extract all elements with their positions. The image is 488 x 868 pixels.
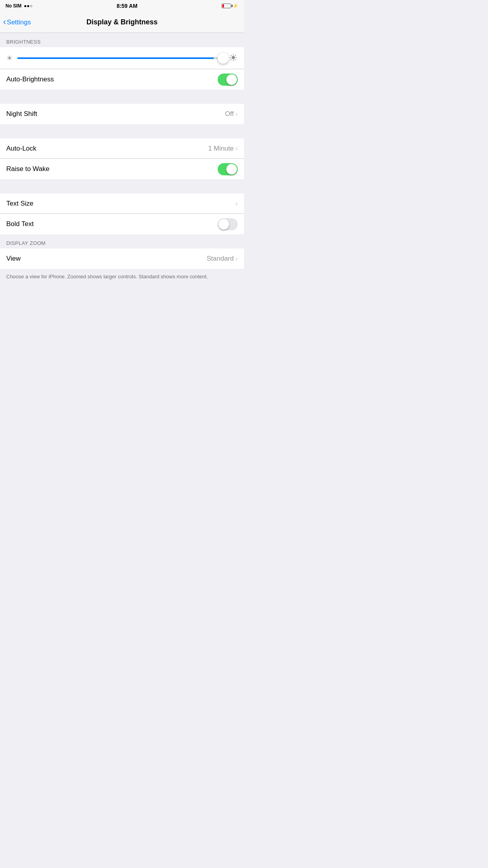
- status-bar: No SIM ●●○ 8:59 AM ⚡: [0, 0, 244, 12]
- carrier-label: No SIM: [6, 3, 22, 9]
- night-shift-value-group: Off ›: [225, 110, 238, 118]
- view-chevron-icon: ›: [235, 255, 238, 263]
- brightness-section-label: BRIGHTNESS: [6, 39, 41, 45]
- back-label: Settings: [7, 18, 31, 26]
- night-shift-card: Night Shift Off ›: [0, 104, 244, 124]
- battery-fill: [222, 4, 224, 7]
- brightness-slider-row: ☀ ☀: [0, 47, 244, 69]
- page-title: Display & Brightness: [86, 18, 158, 26]
- status-right: ⚡: [222, 3, 238, 9]
- raise-to-wake-toggle-knob: [226, 164, 237, 175]
- view-row[interactable]: View Standard ›: [0, 248, 244, 269]
- bold-text-label: Bold Text: [6, 220, 34, 228]
- night-shift-chevron-icon: ›: [235, 110, 238, 118]
- display-zoom-card: View Standard ›: [0, 248, 244, 269]
- brightness-section-header: BRIGHTNESS: [0, 33, 244, 47]
- night-shift-label: Night Shift: [6, 110, 37, 118]
- sun-large-icon: ☀: [229, 52, 238, 64]
- battery-icon: [222, 4, 231, 8]
- view-label: View: [6, 255, 21, 263]
- gap-after-night-shift: [0, 124, 244, 138]
- view-value-group: Standard ›: [207, 255, 238, 263]
- raise-to-wake-label: Raise to Wake: [6, 165, 50, 173]
- night-shift-value: Off: [225, 110, 234, 118]
- display-zoom-section-header: DISPLAY ZOOM: [0, 234, 244, 248]
- raise-to-wake-toggle[interactable]: [218, 163, 238, 175]
- auto-brightness-row: Auto-Brightness: [0, 69, 244, 90]
- lock-wake-card: Auto-Lock 1 Minute › Raise to Wake: [0, 138, 244, 179]
- brightness-slider[interactable]: [17, 57, 224, 59]
- display-zoom-footer-text: Choose a view for iPhone. Zoomed shows l…: [6, 274, 208, 280]
- gap-after-brightness: [0, 90, 244, 104]
- slider-thumb[interactable]: [218, 53, 229, 64]
- auto-brightness-label: Auto-Brightness: [6, 75, 54, 83]
- auto-brightness-toggle-knob: [226, 74, 237, 85]
- gap-after-wake: [0, 179, 244, 193]
- view-value: Standard: [207, 255, 234, 263]
- brightness-card: ☀ ☀ Auto-Brightness: [0, 47, 244, 90]
- display-zoom-section-label: DISPLAY ZOOM: [6, 240, 46, 246]
- text-card: Text Size › Bold Text: [0, 193, 244, 234]
- auto-lock-row[interactable]: Auto-Lock 1 Minute ›: [0, 138, 244, 159]
- status-left: No SIM ●●○: [6, 3, 32, 9]
- text-size-row[interactable]: Text Size ›: [0, 193, 244, 214]
- text-size-chevron-icon: ›: [235, 199, 238, 208]
- auto-brightness-toggle[interactable]: [218, 74, 238, 86]
- bold-text-row: Bold Text: [0, 214, 244, 234]
- status-time: 8:59 AM: [117, 3, 138, 9]
- auto-lock-value: 1 Minute: [208, 145, 234, 153]
- bold-text-toggle[interactable]: [218, 218, 238, 230]
- nav-bar: ‹ Settings Display & Brightness: [0, 12, 244, 33]
- raise-to-wake-row: Raise to Wake: [0, 159, 244, 179]
- auto-lock-chevron-icon: ›: [235, 144, 238, 153]
- back-button[interactable]: ‹ Settings: [3, 18, 31, 26]
- back-chevron-icon: ‹: [3, 18, 6, 26]
- night-shift-row[interactable]: Night Shift Off ›: [0, 104, 244, 124]
- bold-text-toggle-knob: [218, 219, 229, 230]
- wifi-icon: ●●○: [24, 3, 33, 9]
- display-zoom-footer: Choose a view for iPhone. Zoomed shows l…: [0, 269, 244, 289]
- auto-lock-label: Auto-Lock: [6, 145, 37, 153]
- charging-bolt-icon: ⚡: [233, 3, 238, 9]
- text-size-value-group: ›: [235, 199, 238, 208]
- sun-small-icon: ☀: [6, 54, 13, 63]
- auto-lock-value-group: 1 Minute ›: [208, 144, 238, 153]
- text-size-label: Text Size: [6, 200, 33, 208]
